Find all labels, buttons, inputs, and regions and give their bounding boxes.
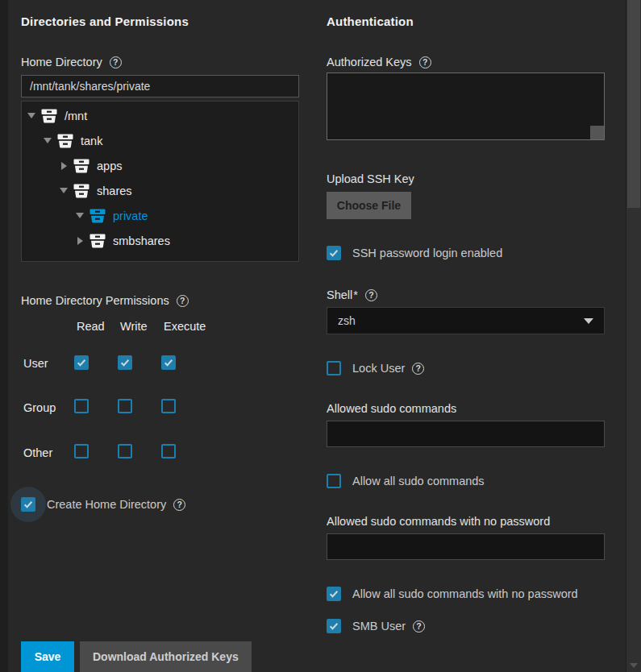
group-execute-checkbox[interactable] bbox=[161, 399, 176, 413]
perm-row-user: User bbox=[21, 355, 299, 371]
help-icon[interactable]: ? bbox=[173, 499, 185, 511]
collapse-arrow-icon[interactable] bbox=[59, 162, 69, 170]
help-icon[interactable]: ? bbox=[413, 620, 425, 633]
home-directory-input[interactable] bbox=[21, 75, 299, 97]
allow-all-sudo-commands-nopasswd-checkbox[interactable] bbox=[327, 587, 341, 601]
dataset-icon bbox=[89, 209, 106, 223]
other-read-checkbox[interactable] bbox=[74, 444, 89, 458]
user-write-checkbox[interactable] bbox=[118, 355, 132, 370]
home-directory-label: Home Directory bbox=[21, 56, 102, 68]
tree-node-label: tank bbox=[81, 135, 102, 147]
tree-node-private[interactable]: private bbox=[22, 203, 298, 228]
ssh-password-login-checkbox[interactable] bbox=[327, 246, 341, 260]
expand-arrow-icon[interactable] bbox=[59, 188, 69, 193]
allowed-sudo-commands-nopasswd-label: Allowed sudo commands with no password bbox=[327, 515, 605, 528]
authorized-keys-textarea[interactable] bbox=[327, 73, 605, 140]
tree-node-shares[interactable]: shares bbox=[22, 178, 298, 203]
smb-user-checkbox[interactable] bbox=[327, 619, 341, 633]
help-icon[interactable]: ? bbox=[177, 295, 189, 307]
tree-node-label: private bbox=[113, 209, 148, 222]
authentication-section: Authentication Authorized Keys ? Upload … bbox=[327, 0, 605, 633]
smb-user-row: SMB User ? bbox=[327, 619, 605, 633]
dataset-icon bbox=[89, 234, 106, 248]
authorized-keys-label: Authorized Keys bbox=[327, 56, 412, 68]
user-execute-checkbox[interactable] bbox=[161, 355, 176, 370]
help-icon[interactable]: ? bbox=[110, 56, 122, 68]
group-write-checkbox[interactable] bbox=[118, 399, 132, 413]
tree-node-label: apps bbox=[97, 160, 122, 172]
allowed-sudo-commands-label: Allowed sudo commands bbox=[327, 402, 605, 415]
dataset-icon bbox=[73, 159, 89, 173]
chevron-down-icon bbox=[584, 318, 593, 324]
expand-arrow-icon[interactable] bbox=[43, 138, 52, 143]
save-button[interactable]: Save bbox=[21, 641, 74, 672]
tree-node-smbshares[interactable]: smbshares bbox=[22, 228, 298, 253]
permissions-header: Read Write Execute bbox=[21, 320, 299, 333]
tree-node-label: smbshares bbox=[113, 234, 170, 247]
shell-label: Shell bbox=[327, 288, 352, 301]
help-icon[interactable]: ? bbox=[365, 289, 377, 301]
dataset-icon bbox=[41, 109, 57, 123]
lock-user-row: Lock User ? bbox=[327, 361, 605, 375]
ssh-password-login-row: SSH password login enabled bbox=[327, 246, 605, 260]
tree-node-label: /mnt bbox=[65, 110, 87, 122]
vertical-scrollbar[interactable] bbox=[626, 0, 641, 672]
dataset-icon bbox=[73, 184, 89, 198]
shell-selected-value: zsh bbox=[338, 314, 356, 327]
choose-file-button[interactable]: Choose File bbox=[327, 192, 411, 219]
form-footer: Save Download Authorized Keys bbox=[21, 641, 252, 672]
directories-permissions-section: Directories and Permissions Home Directo… bbox=[21, 0, 299, 672]
allow-all-sudo-commands-row: Allow all sudo commands bbox=[327, 474, 605, 488]
allowed-sudo-commands-input[interactable] bbox=[327, 421, 605, 447]
perm-col-execute: Execute bbox=[161, 320, 205, 333]
expand-arrow-icon[interactable] bbox=[75, 213, 85, 218]
section-title-directories: Directories and Permissions bbox=[21, 15, 299, 28]
resize-handle[interactable] bbox=[590, 126, 604, 139]
other-write-checkbox[interactable] bbox=[118, 444, 132, 458]
tree-node-apps[interactable]: apps bbox=[22, 153, 298, 178]
upload-ssh-key-label: Upload SSH Key bbox=[327, 172, 605, 185]
scrollbar-down-arrow-icon[interactable] bbox=[630, 663, 638, 668]
perm-row-other: Other bbox=[21, 444, 299, 462]
tree-node-label: shares bbox=[97, 185, 132, 197]
allowed-sudo-commands-nopasswd-input[interactable] bbox=[327, 533, 605, 560]
help-icon[interactable]: ? bbox=[412, 363, 424, 375]
other-execute-checkbox[interactable] bbox=[161, 444, 176, 458]
home-directory-permissions-label: Home Directory Permissions bbox=[21, 294, 169, 307]
tree-node-mnt[interactable]: /mnt bbox=[22, 103, 298, 128]
create-home-directory-checkbox[interactable] bbox=[21, 497, 35, 512]
dataset-tree: /mnt tank apps shares private bbox=[21, 101, 299, 262]
allow-all-sudo-commands-checkbox[interactable] bbox=[327, 474, 341, 488]
allow-all-sudo-commands-nopasswd-row: Allow all sudo commands with no password bbox=[327, 587, 605, 601]
dataset-icon bbox=[57, 134, 73, 148]
create-home-directory-row: Create Home Directory ? bbox=[21, 497, 299, 512]
user-form-panel: Directories and Permissions Home Directo… bbox=[8, 0, 626, 672]
perm-col-write: Write bbox=[118, 320, 161, 333]
perm-col-read: Read bbox=[74, 320, 118, 333]
expand-arrow-icon[interactable] bbox=[27, 113, 36, 118]
tree-node-tank[interactable]: tank bbox=[22, 128, 298, 153]
shell-select[interactable]: zsh bbox=[327, 307, 605, 334]
perm-row-group: Group bbox=[21, 399, 299, 417]
section-title-authentication: Authentication bbox=[327, 15, 605, 28]
collapse-arrow-icon[interactable] bbox=[75, 237, 85, 245]
download-authorized-keys-button[interactable]: Download Authorized Keys bbox=[80, 641, 252, 672]
lock-user-checkbox[interactable] bbox=[327, 361, 341, 375]
help-icon[interactable]: ? bbox=[419, 56, 431, 68]
group-read-checkbox[interactable] bbox=[74, 399, 89, 413]
required-marker: * bbox=[353, 288, 358, 301]
user-read-checkbox[interactable] bbox=[74, 355, 89, 370]
scrollbar-thumb[interactable] bbox=[627, 0, 640, 208]
